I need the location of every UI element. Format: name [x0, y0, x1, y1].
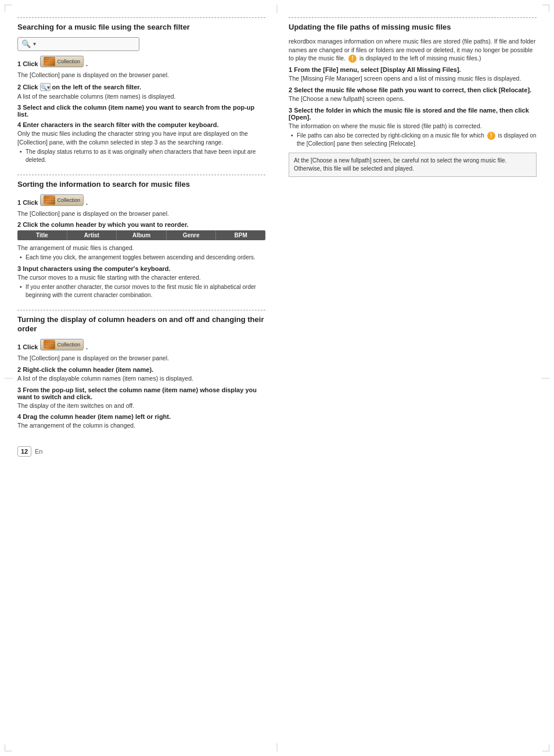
collection-btn-label-2: Collection: [57, 197, 80, 203]
step4-searching-label: 4 Enter characters in the search filter …: [17, 121, 265, 128]
collection-button-1[interactable]: Collection: [40, 56, 84, 67]
step4-searching-text: Only the music files including the chara…: [17, 129, 265, 146]
collection-icon-2: [44, 196, 55, 205]
step3-updating-bullet: File paths can also be corrected by righ…: [289, 132, 537, 148]
step1-searching-text: The [Collection] pane is displayed on th…: [17, 71, 265, 79]
right-column: Updating the file paths of missing music…: [277, 17, 537, 739]
collection-btn-label: Collection: [57, 59, 80, 64]
note-box: At the [Choose a new fullpath] screen, b…: [289, 153, 537, 177]
step3-updating-label: 3 Select the folder in which the music f…: [289, 107, 537, 121]
step1-sorting-label: 1 Click: [17, 199, 38, 206]
two-column-layout: Searching for a music file using the sea…: [17, 17, 537, 739]
corner-mark-bl: [5, 744, 12, 751]
center-mark-bottom: [277, 743, 278, 751]
step2-updating-text: The [Choose a new fullpath] screen opens…: [289, 95, 537, 103]
step3-searching-label: 3 Select and click the column (item name…: [17, 104, 265, 118]
step1-searching: 1 Click Collection .: [17, 56, 265, 70]
page-wrapper: Searching for a music file using the sea…: [0, 0, 554, 756]
page-footer: 12 En: [17, 442, 265, 457]
step3-colheaders-text: The display of the item switches on and …: [17, 401, 265, 410]
corner-mark-br: [542, 744, 549, 751]
page: Searching for a music file using the sea…: [0, 0, 554, 756]
section-title-searching: Searching for a music file using the sea…: [17, 23, 265, 32]
step2-colheaders-text: A list of the displayable column names (…: [17, 374, 265, 383]
step1-colheaders: 1 Click Collection .: [17, 339, 265, 353]
step2-sorting-label: 2 Click the column header by which you w…: [17, 221, 265, 228]
section-sorting: Sorting the information to search for mu…: [17, 175, 265, 299]
col-header-bpm: BPM: [216, 230, 265, 240]
step1-updating-label: 1 From the [File] menu, select [Display …: [289, 66, 537, 73]
corner-mark-tl: [5, 5, 12, 12]
collection-button-2[interactable]: Collection: [40, 194, 84, 206]
col-header-genre: Genre: [167, 230, 217, 240]
step4-colheaders-label: 4 Drag the column header (item name) lef…: [17, 413, 265, 420]
section-divider-1: [17, 17, 265, 18]
step2-sorting-bullet: Each time you click, the arrangement tog…: [17, 254, 265, 262]
search-dropdown-indicator: ▾: [33, 41, 36, 47]
left-column: Searching for a music file using the sea…: [17, 17, 277, 739]
section-divider-3: [17, 310, 265, 310]
step1-sorting-text: The [Collection] pane is displayed on th…: [17, 209, 265, 218]
section-title-sorting: Sorting the information to search for mu…: [17, 180, 265, 190]
search-icon: 🔍: [21, 39, 31, 48]
updating-intro: rekordbox manages information on where m…: [289, 37, 537, 63]
step3-sorting-bullet: If you enter another character, the curs…: [17, 283, 265, 299]
col-header-artist: Artist: [67, 230, 117, 240]
step3-colheaders-label: 3 From the pop-up list, select the colum…: [17, 386, 265, 400]
step1-colheaders-text: The [Collection] pane is displayed on th…: [17, 354, 265, 363]
page-number: 12: [17, 446, 31, 457]
collection-button-3[interactable]: Collection: [40, 339, 84, 350]
step2-searching-label: 2 Click 🔍▾ on the left of the search fil…: [17, 83, 265, 91]
step2-updating-label: 2 Select the music file whose file path …: [289, 86, 537, 93]
col-header-title: Title: [17, 230, 67, 240]
step1-period: .: [86, 60, 88, 67]
center-mark-top: [277, 5, 278, 13]
section-divider-right: [289, 17, 537, 18]
section-title-updating: Updating the file paths of missing music…: [289, 23, 537, 32]
center-mark-left: [5, 378, 13, 378]
col-header-album: Album: [117, 230, 167, 240]
warning-icon-intro: !: [348, 55, 357, 63]
corner-mark-tr: [542, 5, 549, 12]
column-header-bar: Title Artist Album Genre BPM: [17, 230, 265, 240]
page-lang: En: [35, 448, 42, 455]
step1-colheaders-period: .: [86, 343, 88, 350]
section-divider-2: [17, 175, 265, 175]
warning-icon-bullet: !: [487, 132, 495, 140]
step3-sorting-label: 3 Input characters using the computer's …: [17, 265, 265, 272]
step2-searching-text: A list of the searchable columns (item n…: [17, 92, 265, 101]
step1-colheaders-label: 1 Click: [17, 343, 38, 350]
section-searching: Searching for a music file using the sea…: [17, 17, 265, 164]
step3-sorting-text: The cursor moves to a music file startin…: [17, 273, 265, 282]
step3-updating-text: The information on where the music file …: [289, 122, 537, 131]
step1-sorting: 1 Click Collection .: [17, 194, 265, 208]
section-column-headers: Turning the display of column headers on…: [17, 310, 265, 431]
section-title-column-headers: Turning the display of column headers on…: [17, 315, 265, 335]
section-updating-paths: Updating the file paths of missing music…: [289, 17, 537, 177]
step4-colheaders-text: The arrangement of the column is changed…: [17, 421, 265, 430]
search-box-illustration: 🔍 ▾: [17, 37, 139, 51]
center-mark-right: [541, 378, 549, 378]
step2-sorting-text: The arrangement of music files is change…: [17, 244, 265, 252]
collection-icon-3: [44, 340, 55, 349]
step4-bullet: The display status returns to as it was …: [17, 148, 265, 164]
collection-icon-1: [44, 57, 55, 66]
step1-updating-text: The [Missing File Manager] screen opens …: [289, 74, 537, 83]
collection-btn-label-3: Collection: [57, 342, 80, 348]
step2-colheaders-label: 2 Right-click the column header (item na…: [17, 366, 265, 373]
step1-label: 1 Click: [17, 60, 38, 67]
step1-sorting-period: .: [86, 199, 88, 206]
